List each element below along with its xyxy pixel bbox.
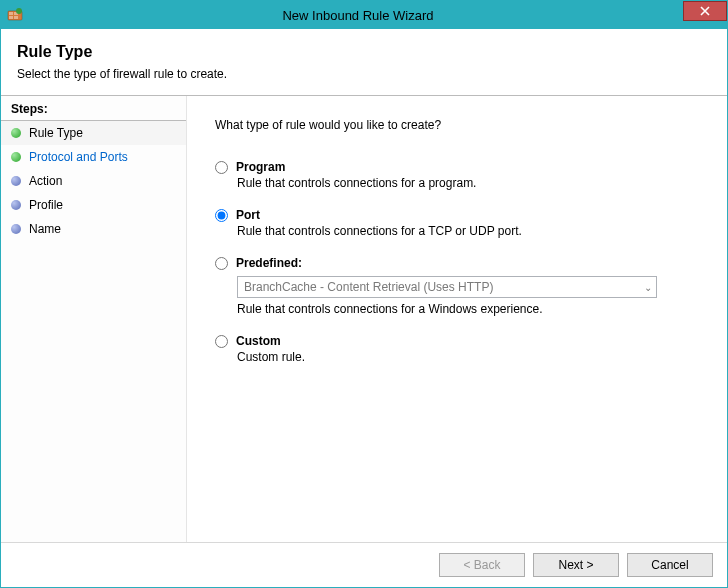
close-icon	[700, 6, 710, 16]
chevron-down-icon: ⌄	[644, 282, 652, 293]
step-bullet-icon	[11, 176, 21, 186]
wizard-content: What type of rule would you like to crea…	[187, 96, 727, 546]
step-name[interactable]: Name	[1, 217, 186, 241]
radio-predefined[interactable]	[215, 257, 228, 270]
step-label: Profile	[29, 198, 63, 212]
app-icon	[7, 7, 23, 23]
option-custom-desc: Custom rule.	[237, 350, 699, 364]
step-protocol-and-ports[interactable]: Protocol and Ports	[1, 145, 186, 169]
option-predefined-row: Predefined:	[215, 256, 699, 270]
radio-port[interactable]	[215, 209, 228, 222]
step-label: Rule Type	[29, 126, 83, 140]
wizard-body: Steps: Rule Type Protocol and Ports Acti…	[1, 96, 727, 546]
steps-sidebar: Steps: Rule Type Protocol and Ports Acti…	[1, 96, 187, 546]
close-button[interactable]	[683, 1, 727, 21]
next-button[interactable]: Next >	[533, 553, 619, 577]
option-custom-label[interactable]: Custom	[236, 334, 281, 348]
step-bullet-icon	[11, 200, 21, 210]
step-bullet-icon	[11, 152, 21, 162]
option-program-label[interactable]: Program	[236, 160, 285, 174]
wizard-footer: < Back Next > Cancel	[1, 542, 727, 587]
option-port-label[interactable]: Port	[236, 208, 260, 222]
wizard-window: New Inbound Rule Wizard Rule Type Select…	[0, 0, 728, 588]
window-title: New Inbound Rule Wizard	[29, 8, 727, 23]
svg-rect-4	[14, 16, 18, 19]
step-bullet-icon	[11, 224, 21, 234]
svg-rect-3	[9, 16, 13, 19]
step-bullet-icon	[11, 128, 21, 138]
content-question: What type of rule would you like to crea…	[215, 118, 699, 132]
radio-program[interactable]	[215, 161, 228, 174]
titlebar: New Inbound Rule Wizard	[1, 1, 727, 29]
step-action[interactable]: Action	[1, 169, 186, 193]
option-predefined-desc: Rule that controls connections for a Win…	[237, 302, 699, 316]
cancel-button[interactable]: Cancel	[627, 553, 713, 577]
option-program-row: Program	[215, 160, 699, 174]
page-subtitle: Select the type of firewall rule to crea…	[17, 67, 711, 81]
step-profile[interactable]: Profile	[1, 193, 186, 217]
back-button: < Back	[439, 553, 525, 577]
option-predefined-label[interactable]: Predefined:	[236, 256, 302, 270]
step-label: Action	[29, 174, 62, 188]
page-title: Rule Type	[17, 43, 711, 61]
step-label: Name	[29, 222, 61, 236]
predefined-dropdown-value: BranchCache - Content Retrieval (Uses HT…	[244, 280, 493, 294]
svg-point-5	[16, 8, 22, 14]
option-custom-row: Custom	[215, 334, 699, 348]
step-label: Protocol and Ports	[29, 150, 128, 164]
option-port-row: Port	[215, 208, 699, 222]
svg-rect-1	[9, 12, 13, 15]
wizard-header: Rule Type Select the type of firewall ru…	[1, 29, 727, 95]
step-rule-type[interactable]: Rule Type	[1, 121, 186, 145]
option-program-desc: Rule that controls connections for a pro…	[237, 176, 699, 190]
option-port-desc: Rule that controls connections for a TCP…	[237, 224, 699, 238]
radio-custom[interactable]	[215, 335, 228, 348]
steps-heading: Steps:	[1, 96, 186, 121]
predefined-dropdown[interactable]: BranchCache - Content Retrieval (Uses HT…	[237, 276, 657, 298]
